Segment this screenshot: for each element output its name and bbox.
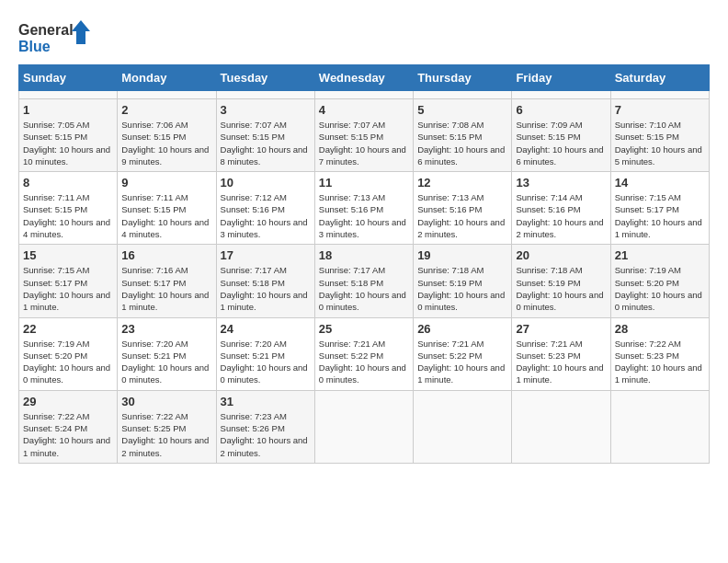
logo-icon: GeneralBlue	[18, 18, 92, 55]
day-detail: Sunrise: 7:13 AMSunset: 5:16 PMDaylight:…	[417, 191, 507, 240]
days-header-row: SundayMondayTuesdayWednesdayThursdayFrid…	[19, 65, 710, 91]
day-number: 16	[121, 248, 211, 262]
day-number: 6	[516, 103, 606, 117]
day-detail: Sunrise: 7:22 AMSunset: 5:24 PMDaylight:…	[23, 410, 113, 459]
calendar-week-2: 8Sunrise: 7:11 AMSunset: 5:15 PMDaylight…	[19, 172, 710, 245]
calendar-cell	[314, 390, 413, 463]
day-number: 4	[319, 103, 409, 117]
calendar-cell: 20Sunrise: 7:18 AMSunset: 5:19 PMDayligh…	[512, 245, 610, 317]
calendar-cell: 10Sunrise: 7:12 AMSunset: 5:16 PMDayligh…	[216, 172, 314, 245]
page-header: GeneralBlue	[18, 18, 710, 55]
day-number: 23	[121, 322, 211, 336]
day-header-sunday: Sunday	[19, 65, 118, 91]
day-number: 12	[417, 176, 507, 190]
day-detail: Sunrise: 7:21 AMSunset: 5:22 PMDaylight:…	[319, 338, 409, 386]
day-detail: Sunrise: 7:23 AMSunset: 5:26 PMDaylight:…	[221, 410, 311, 459]
calendar-cell: 1Sunrise: 7:05 AMSunset: 5:15 PMDaylight…	[19, 99, 118, 172]
calendar-cell: 7Sunrise: 7:10 AMSunset: 5:15 PMDaylight…	[610, 99, 709, 172]
day-detail: Sunrise: 7:15 AMSunset: 5:17 PMDaylight:…	[615, 191, 705, 240]
day-detail: Sunrise: 7:17 AMSunset: 5:18 PMDaylight:…	[221, 264, 311, 313]
calendar-cell: 12Sunrise: 7:13 AMSunset: 5:16 PMDayligh…	[414, 172, 512, 245]
calendar-cell: 13Sunrise: 7:14 AMSunset: 5:16 PMDayligh…	[512, 172, 610, 245]
calendar-cell: 3Sunrise: 7:07 AMSunset: 5:15 PMDaylight…	[216, 99, 314, 172]
calendar-cell: 2Sunrise: 7:06 AMSunset: 5:15 PMDaylight…	[118, 99, 216, 172]
day-detail: Sunrise: 7:18 AMSunset: 5:19 PMDaylight:…	[417, 264, 507, 313]
calendar-cell: 30Sunrise: 7:22 AMSunset: 5:25 PMDayligh…	[118, 390, 216, 463]
day-number: 21	[615, 248, 705, 262]
day-detail: Sunrise: 7:12 AMSunset: 5:16 PMDaylight:…	[221, 191, 311, 240]
calendar-cell: 31Sunrise: 7:23 AMSunset: 5:26 PMDayligh…	[216, 390, 314, 463]
calendar-cell: 15Sunrise: 7:15 AMSunset: 5:17 PMDayligh…	[19, 245, 118, 317]
calendar-cell: 21Sunrise: 7:19 AMSunset: 5:20 PMDayligh…	[610, 245, 709, 317]
calendar-cell: 27Sunrise: 7:21 AMSunset: 5:23 PMDayligh…	[512, 317, 610, 390]
calendar-cell: 17Sunrise: 7:17 AMSunset: 5:18 PMDayligh…	[216, 245, 314, 317]
day-header-saturday: Saturday	[610, 65, 709, 91]
calendar-cell: 6Sunrise: 7:09 AMSunset: 5:15 PMDaylight…	[512, 99, 610, 172]
calendar-cell: 4Sunrise: 7:07 AMSunset: 5:15 PMDaylight…	[314, 99, 413, 172]
day-detail: Sunrise: 7:22 AMSunset: 5:25 PMDaylight:…	[121, 410, 211, 459]
calendar-cell: 14Sunrise: 7:15 AMSunset: 5:17 PMDayligh…	[610, 172, 709, 245]
day-number: 17	[221, 248, 311, 262]
day-header-thursday: Thursday	[414, 65, 512, 91]
svg-marker-2	[72, 20, 90, 44]
day-header-tuesday: Tuesday	[216, 65, 314, 91]
logo: GeneralBlue	[18, 18, 92, 55]
day-detail: Sunrise: 7:21 AMSunset: 5:23 PMDaylight:…	[516, 338, 606, 386]
calendar-cell: 18Sunrise: 7:17 AMSunset: 5:18 PMDayligh…	[314, 245, 413, 317]
calendar-cell	[512, 91, 610, 99]
day-detail: Sunrise: 7:07 AMSunset: 5:15 PMDaylight:…	[319, 119, 409, 167]
day-number: 30	[121, 395, 211, 408]
day-header-friday: Friday	[512, 65, 610, 91]
calendar-week-0	[19, 91, 710, 99]
calendar-cell: 29Sunrise: 7:22 AMSunset: 5:24 PMDayligh…	[19, 390, 118, 463]
day-detail: Sunrise: 7:06 AMSunset: 5:15 PMDaylight:…	[121, 119, 211, 167]
calendar-cell: 19Sunrise: 7:18 AMSunset: 5:19 PMDayligh…	[414, 245, 512, 317]
day-header-monday: Monday	[118, 65, 216, 91]
calendar-cell	[610, 91, 709, 99]
day-number: 22	[23, 322, 113, 336]
day-number: 25	[319, 322, 409, 336]
calendar-cell	[118, 91, 216, 99]
day-number: 1	[23, 103, 113, 117]
day-number: 24	[221, 322, 311, 336]
calendar-cell: 16Sunrise: 7:16 AMSunset: 5:17 PMDayligh…	[118, 245, 216, 317]
day-detail: Sunrise: 7:22 AMSunset: 5:23 PMDaylight:…	[615, 338, 705, 386]
calendar-cell: 11Sunrise: 7:13 AMSunset: 5:16 PMDayligh…	[314, 172, 413, 245]
day-number: 28	[615, 322, 705, 336]
day-detail: Sunrise: 7:18 AMSunset: 5:19 PMDaylight:…	[516, 264, 606, 313]
day-detail: Sunrise: 7:19 AMSunset: 5:20 PMDaylight:…	[615, 264, 705, 313]
calendar-cell: 22Sunrise: 7:19 AMSunset: 5:20 PMDayligh…	[19, 317, 118, 390]
calendar-cell	[414, 390, 512, 463]
day-detail: Sunrise: 7:20 AMSunset: 5:21 PMDaylight:…	[221, 338, 311, 386]
day-number: 18	[319, 248, 409, 262]
calendar-cell	[512, 390, 610, 463]
calendar-week-3: 15Sunrise: 7:15 AMSunset: 5:17 PMDayligh…	[19, 245, 710, 317]
day-number: 15	[23, 248, 113, 262]
calendar-cell: 25Sunrise: 7:21 AMSunset: 5:22 PMDayligh…	[314, 317, 413, 390]
day-number: 13	[516, 176, 606, 190]
day-number: 3	[221, 103, 311, 117]
calendar-cell: 9Sunrise: 7:11 AMSunset: 5:15 PMDaylight…	[118, 172, 216, 245]
calendar-week-4: 22Sunrise: 7:19 AMSunset: 5:20 PMDayligh…	[19, 317, 710, 390]
calendar-cell	[19, 91, 118, 99]
day-detail: Sunrise: 7:15 AMSunset: 5:17 PMDaylight:…	[23, 264, 113, 313]
day-number: 9	[121, 176, 211, 190]
calendar-week-5: 29Sunrise: 7:22 AMSunset: 5:24 PMDayligh…	[19, 390, 710, 463]
day-number: 26	[417, 322, 507, 336]
day-number: 20	[516, 248, 606, 262]
day-number: 2	[121, 103, 211, 117]
day-number: 19	[417, 248, 507, 262]
day-detail: Sunrise: 7:05 AMSunset: 5:15 PMDaylight:…	[23, 119, 113, 167]
day-detail: Sunrise: 7:19 AMSunset: 5:20 PMDaylight:…	[23, 338, 113, 386]
day-detail: Sunrise: 7:11 AMSunset: 5:15 PMDaylight:…	[121, 191, 211, 240]
day-number: 11	[319, 176, 409, 190]
calendar-week-1: 1Sunrise: 7:05 AMSunset: 5:15 PMDaylight…	[19, 99, 710, 172]
calendar-cell: 5Sunrise: 7:08 AMSunset: 5:15 PMDaylight…	[414, 99, 512, 172]
calendar-cell: 8Sunrise: 7:11 AMSunset: 5:15 PMDaylight…	[19, 172, 118, 245]
day-detail: Sunrise: 7:21 AMSunset: 5:22 PMDaylight:…	[417, 338, 507, 386]
day-number: 31	[221, 395, 311, 408]
calendar-table: SundayMondayTuesdayWednesdayThursdayFrid…	[18, 64, 710, 464]
day-detail: Sunrise: 7:11 AMSunset: 5:15 PMDaylight:…	[23, 191, 113, 240]
calendar-cell	[414, 91, 512, 99]
day-number: 29	[23, 395, 113, 408]
